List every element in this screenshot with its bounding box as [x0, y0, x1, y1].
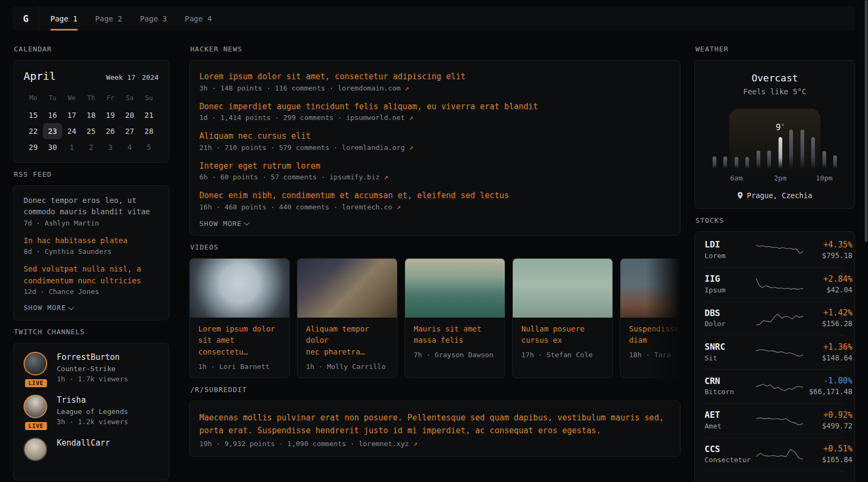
video-thumbnail[interactable] — [190, 259, 289, 318]
video-title[interactable]: Lorem ipsum dolor sit amet consectetu… — [198, 323, 281, 358]
video-title[interactable]: Nullam posuere cursus ex — [521, 323, 604, 347]
subreddit-section-title: /R/SUBREDDIT — [190, 386, 680, 394]
tab-page-3[interactable]: Page 3 — [140, 6, 167, 31]
time-axis-label: 2pm — [774, 174, 787, 182]
list-item[interactable]: Donec enim nibh, condimentum et accumsan… — [199, 190, 670, 211]
stock-row[interactable]: AHS+0.46% — [705, 471, 845, 482]
calendar-day[interactable]: 5 — [139, 139, 159, 155]
twitch-channel-row[interactable]: LIVEForrestBurtonCounter-Strike1h · 1.7k… — [24, 352, 159, 385]
twitch-channel-name[interactable]: ForrestBurton — [57, 352, 128, 364]
calendar-day[interactable]: 29 — [24, 139, 43, 155]
stock-values: +1.36%$148.64 — [803, 342, 852, 363]
calendar-day[interactable]: 2 — [81, 139, 101, 155]
twitch-channel-game: League of Legends — [57, 406, 128, 417]
calendar-day[interactable]: 17 — [62, 107, 81, 123]
hn-item-title[interactable]: Donec imperdiet augue tincidunt felis al… — [199, 101, 670, 113]
video-card[interactable]: Nullam posuere cursus ex17h · Stefan Col… — [512, 258, 613, 378]
stock-values: +0.92%$499.72 — [803, 410, 852, 431]
calendar-day[interactable]: 21 — [139, 107, 159, 123]
video-title[interactable]: Mauris sit amet massa felis — [414, 323, 496, 347]
list-item[interactable]: Donec imperdiet augue tincidunt felis al… — [199, 101, 670, 122]
stock-row[interactable]: CRNBitcorn-1.00%$66,171.48 — [705, 369, 845, 403]
stock-sparkline — [756, 308, 803, 328]
reddit-post-domain[interactable]: loremnet.xyz — [358, 440, 413, 448]
weather-bar — [723, 156, 727, 169]
rss-item-title[interactable]: In hac habitasse platea — [24, 235, 159, 246]
tab-page-1[interactable]: Page 1 — [50, 6, 78, 31]
video-card[interactable]: Suspendisse diam18h · Tara — [620, 258, 680, 378]
stock-row[interactable]: IIGIpsum+2.84%$42.04 — [705, 267, 845, 302]
hn-item-meta: 1d · 1,414 points · 299 comments · ipsum… — [199, 114, 670, 122]
calendar-day[interactable]: 4 — [120, 139, 139, 155]
show-more-button[interactable]: SHOW MORE — [24, 304, 159, 312]
video-thumbnail[interactable] — [620, 259, 680, 318]
video-card[interactable]: Aliquam tempor dolor nec pharetra…1h · M… — [297, 258, 398, 378]
video-title[interactable]: Aliquam tempor dolor nec pharetra… — [306, 323, 388, 358]
stock-id: LDILorem — [705, 239, 756, 261]
hn-item-domain[interactable]: loremtech.co — [342, 203, 396, 211]
list-item[interactable]: Donec tempor eros leo, ut commodo mauris… — [24, 195, 159, 227]
list-item[interactable]: In hac habitasse platea8d · Cynthia Saun… — [24, 235, 159, 255]
calendar-day[interactable]: 23 — [43, 123, 62, 139]
tab-page-4[interactable]: Page 4 — [185, 6, 212, 31]
twitch-channel-row[interactable]: LIVETrishaLeague of Legends3h · 1.2k vie… — [24, 395, 159, 427]
video-thumbnail[interactable] — [297, 259, 397, 318]
hn-item-domain[interactable]: loremlandia.org — [342, 144, 409, 152]
calendar-day[interactable]: 24 — [62, 123, 81, 139]
list-item[interactable]: Integer eget rutrum lorem6h · 60 points … — [199, 160, 670, 182]
calendar-day[interactable]: 18 — [81, 107, 101, 123]
rss-item-meta: 12d · Chance Jones — [24, 288, 159, 296]
stock-ticker: LDI — [705, 239, 756, 251]
twitch-channel-name[interactable]: Trisha — [57, 395, 128, 406]
hn-item-title[interactable]: Lorem ipsum dolor sit amet, consectetur … — [199, 71, 670, 83]
stock-row[interactable]: LDILorem+4.35%$795.18 — [705, 233, 845, 267]
app-logo[interactable]: G — [13, 6, 39, 31]
hn-item-title[interactable]: Donec enim nibh, condimentum et accumsan… — [199, 190, 670, 202]
video-card[interactable]: Mauris sit amet massa felis7h · Grayson … — [405, 258, 505, 378]
hn-item-title[interactable]: Integer eget rutrum lorem — [199, 160, 670, 172]
video-thumbnail[interactable] — [513, 259, 612, 318]
video-card-body: Mauris sit amet massa felis7h · Grayson … — [405, 318, 505, 366]
list-item[interactable]: Sed volutpat nulla nisl, a condimentum n… — [24, 263, 159, 296]
list-item[interactable]: Lorem ipsum dolor sit amet, consectetur … — [199, 71, 670, 92]
video-card[interactable]: Lorem ipsum dolor sit amet consectetu…1h… — [189, 258, 290, 378]
calendar-day[interactable]: 3 — [101, 139, 120, 155]
stock-row[interactable]: SNRCSit+1.36%$148.64 — [705, 335, 845, 370]
hn-item-domain[interactable]: loremdomain.com — [338, 84, 405, 92]
hn-item-domain[interactable]: ipsumify.biz — [330, 173, 384, 181]
hn-item-title[interactable]: Aliquam nec cursus elit — [199, 130, 670, 142]
video-thumbnail[interactable] — [405, 259, 505, 318]
rss-item-title[interactable]: Donec tempor eros leo, ut commodo mauris… — [24, 195, 159, 218]
stock-change: +1.42% — [803, 307, 852, 319]
reddit-post[interactable]: Maecenas mollis pulvinar erat non posuer… — [199, 411, 670, 448]
rss-item-title[interactable]: Sed volutpat nulla nisl, a condimentum n… — [24, 263, 159, 287]
calendar-day[interactable]: 19 — [101, 107, 120, 123]
weather-hour-slot — [720, 119, 731, 169]
tab-page-2[interactable]: Page 2 — [95, 6, 123, 31]
calendar-day[interactable]: 16 — [43, 107, 62, 123]
weather-bar — [713, 156, 716, 169]
calendar-day[interactable]: 15 — [24, 107, 43, 123]
list-item[interactable]: Aliquam nec cursus elit21h · 710 points … — [199, 130, 670, 152]
calendar-day[interactable]: 25 — [81, 123, 101, 139]
stock-price: $165.84 — [803, 455, 852, 465]
calendar-day[interactable]: 26 — [101, 123, 120, 139]
hn-item-domain[interactable]: ipsumworld.net — [346, 114, 409, 122]
calendar-day[interactable]: 27 — [120, 123, 139, 139]
page-scrollbar[interactable] — [865, 0, 867, 242]
calendar-day[interactable]: 22 — [24, 123, 43, 139]
twitch-channel-name[interactable]: KendallCarr — [57, 438, 110, 449]
stock-row[interactable]: CCSConsectetur+0.51%$165.84 — [705, 437, 845, 471]
stock-row[interactable]: AETAmet+0.92%$499.72 — [705, 403, 845, 438]
rss-item-meta: 7d · Ashlyn Martin — [24, 219, 159, 227]
video-title[interactable]: Suspendisse diam — [629, 323, 680, 347]
reddit-post-title[interactable]: Maecenas mollis pulvinar erat non posuer… — [199, 411, 670, 438]
calendar-day[interactable]: 20 — [120, 107, 139, 123]
calendar-day[interactable]: 1 — [62, 139, 81, 155]
stock-row[interactable]: DBSDolor+1.42%$156.28 — [705, 301, 845, 335]
calendar-day[interactable]: 30 — [43, 139, 62, 155]
calendar-day[interactable]: 28 — [139, 123, 159, 139]
show-more-button[interactable]: SHOW MORE — [199, 220, 670, 228]
twitch-channel-row[interactable]: KendallCarr — [24, 438, 159, 461]
stock-ticker: AET — [705, 409, 756, 421]
